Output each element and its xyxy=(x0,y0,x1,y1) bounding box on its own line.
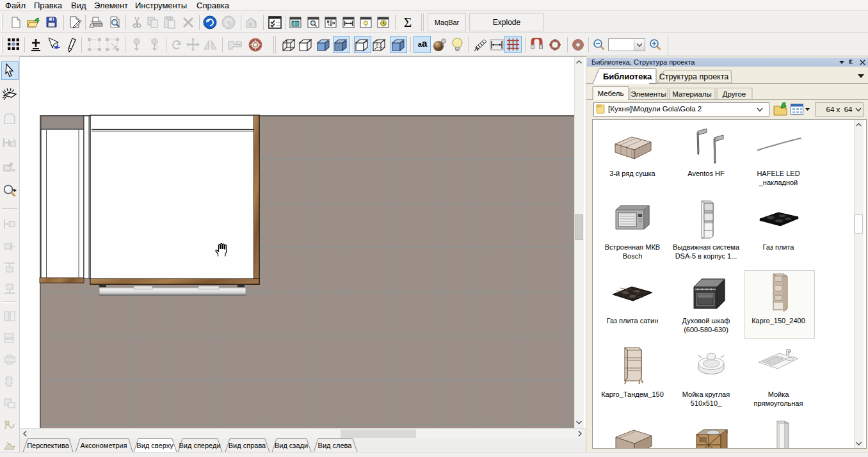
svg-text:Вид справа: Вид справа xyxy=(229,442,266,449)
svg-text:Вид слева: Вид слева xyxy=(318,442,353,449)
svg-text:Вид сзади: Вид сзади xyxy=(275,442,308,449)
svg-text:Структура проекта: Структура проекта xyxy=(659,72,729,81)
svg-text:Вид спереди: Вид спереди xyxy=(179,442,220,449)
svg-text:Перспектива: Перспектива xyxy=(27,442,70,449)
svg-text:Материалы: Материалы xyxy=(672,90,712,98)
svg-text:Библиотека: Библиотека xyxy=(603,72,652,81)
svg-text:Элементы: Элементы xyxy=(631,90,666,98)
svg-text:Аксонометрия: Аксонометрия xyxy=(81,442,127,449)
svg-text:Другое: Другое xyxy=(723,90,746,98)
svg-text:Вид сверху: Вид сверху xyxy=(136,442,173,449)
svg-text:Мебель: Мебель xyxy=(597,90,623,97)
